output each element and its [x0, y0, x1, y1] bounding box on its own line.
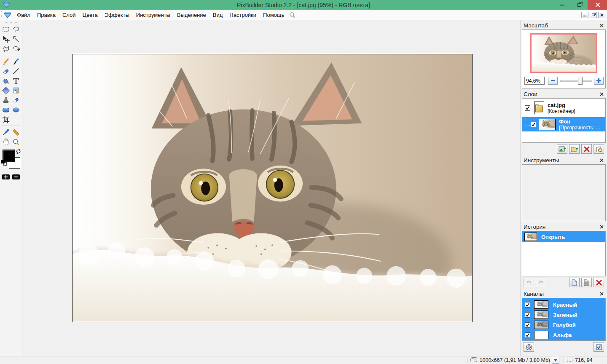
restore-button[interactable]	[571, 0, 588, 10]
tool-freeform-lasso[interactable]	[11, 44, 21, 54]
tool-rectangular-select[interactable]	[1, 24, 11, 34]
menu-tools[interactable]: Инструменты	[133, 11, 174, 19]
tool-text[interactable]	[11, 76, 21, 86]
tool-line[interactable]	[11, 66, 21, 76]
close-icon[interactable]	[600, 24, 604, 27]
channel-visibility-checkbox[interactable]	[525, 302, 530, 308]
add-color-button[interactable]	[2, 174, 10, 179]
close-icon	[595, 3, 600, 7]
mdi-close-button[interactable]	[598, 12, 605, 18]
zoom-value-input[interactable]	[524, 77, 545, 85]
history-item-open[interactable]: Открыть	[522, 231, 605, 242]
close-icon[interactable]	[600, 225, 604, 229]
tool-hand[interactable]	[1, 137, 11, 147]
add-layer-button[interactable]	[557, 144, 567, 154]
history-thumbnail	[524, 233, 537, 241]
tool-lasso[interactable]	[11, 24, 21, 34]
tool-pattern-stamp[interactable]	[11, 86, 21, 95]
tool-rounded-rectangle[interactable]	[1, 105, 11, 115]
mdi-restore-button[interactable]	[590, 12, 597, 18]
tool-healing-patch[interactable]	[11, 95, 21, 105]
close-button[interactable]	[588, 0, 607, 10]
tool-pencil[interactable]	[1, 56, 11, 66]
zoom-panel: Масштаб	[522, 21, 606, 88]
tool-fill-bucket[interactable]	[1, 76, 11, 86]
menu-settings[interactable]: Настройки	[226, 11, 260, 19]
navigator-preview[interactable]	[530, 33, 597, 73]
selection-options-button[interactable]	[594, 342, 604, 352]
channel-row-red[interactable]: Красный	[522, 300, 605, 310]
channel-thumbnail	[534, 300, 548, 309]
tool-ruler[interactable]	[11, 127, 21, 137]
layer-row-background[interactable]: Фон [Прозрачность: ...	[522, 117, 605, 131]
channels-panel-title: Каналы	[524, 291, 544, 297]
channel-visibility-checkbox[interactable]	[525, 332, 530, 338]
close-icon[interactable]	[600, 292, 604, 296]
container-thumbnail	[534, 102, 544, 114]
document-size-icon	[470, 356, 478, 364]
menu-edit[interactable]: Правка	[34, 11, 59, 19]
layer-row-container[interactable]: cat.jpg [Контейнер]	[522, 99, 605, 117]
swap-colors-icon[interactable]	[16, 148, 21, 156]
tool-ellipse[interactable]	[11, 105, 21, 115]
statusbar: 1000x667 (1,91 Mb / 3,80 Mb) 716, 94	[0, 356, 607, 364]
status-dropdown-button[interactable]	[552, 357, 559, 364]
toolbar-separator	[2, 55, 20, 55]
add-container-button[interactable]	[569, 144, 580, 154]
zoom-in-button[interactable]	[594, 77, 604, 85]
tool-polygon-lasso[interactable]	[1, 44, 11, 54]
channel-row-alpha[interactable]: Альфа	[522, 330, 605, 340]
new-snapshot-button[interactable]	[581, 278, 592, 287]
tool-brush[interactable]	[11, 56, 21, 66]
tool-options-panel: Инструменты	[522, 156, 606, 221]
menu-colors[interactable]: Цвета	[79, 11, 101, 19]
channel-label: Альфа	[553, 332, 572, 338]
menu-effects[interactable]: Эффекты	[101, 11, 133, 19]
menu-selection[interactable]: Выделение	[174, 11, 209, 19]
layer-visibility-checkbox[interactable]	[531, 122, 536, 127]
menu-layer[interactable]: Слой	[59, 11, 79, 19]
layer-properties-button[interactable]	[594, 144, 604, 154]
toolbar-separator	[2, 126, 20, 126]
menu-view[interactable]: Вид	[209, 11, 226, 19]
minimize-icon	[560, 5, 564, 5]
toolbar-grip[interactable]	[4, 22, 18, 23]
zoom-slider[interactable]	[560, 77, 592, 85]
redo-button[interactable]	[536, 278, 546, 287]
load-channel-selection-button[interactable]	[524, 342, 534, 352]
tool-gradient[interactable]	[1, 86, 11, 95]
menubar-grip[interactable]	[1, 11, 2, 19]
undo-button[interactable]	[524, 278, 534, 287]
restore-icon	[577, 3, 581, 7]
tool-crop[interactable]	[1, 115, 11, 124]
menu-help[interactable]: Помощь	[260, 11, 287, 19]
slider-thumb[interactable]	[578, 77, 583, 85]
delete-history-button[interactable]	[594, 278, 604, 287]
channel-row-green[interactable]: Зеленый	[522, 310, 605, 320]
channel-visibility-checkbox[interactable]	[525, 312, 530, 318]
mdi-minimize-button[interactable]	[581, 12, 588, 18]
tool-zoom[interactable]	[11, 137, 21, 147]
tool-clone-stamp[interactable]	[1, 95, 11, 105]
layer-visibility-checkbox[interactable]	[525, 105, 530, 111]
new-document-from-state-button[interactable]	[569, 278, 580, 287]
minimize-button[interactable]	[554, 0, 571, 10]
channel-visibility-checkbox[interactable]	[525, 322, 530, 328]
tool-move[interactable]	[1, 34, 11, 44]
tool-magic-wand[interactable]	[11, 34, 21, 44]
delete-layer-button[interactable]	[581, 144, 592, 154]
channel-label: Красный	[553, 302, 577, 308]
channel-row-blue[interactable]: Голубой	[522, 320, 605, 330]
close-icon[interactable]	[600, 92, 604, 96]
remove-color-button[interactable]	[12, 174, 20, 179]
close-icon	[600, 13, 604, 16]
layer-thumbnail	[539, 119, 556, 130]
document-image[interactable]	[72, 54, 473, 322]
search-icon[interactable]	[289, 12, 295, 18]
menu-file[interactable]: Файл	[13, 11, 34, 19]
close-icon[interactable]	[600, 158, 604, 162]
default-colors-icon[interactable]	[1, 160, 7, 166]
zoom-out-button[interactable]	[548, 77, 558, 85]
tool-eraser[interactable]	[1, 66, 11, 76]
tool-eyedropper[interactable]	[1, 127, 11, 137]
